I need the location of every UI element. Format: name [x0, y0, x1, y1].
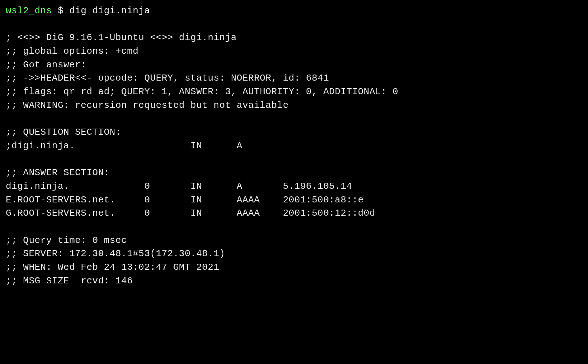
header-line: ;; ->>HEADER<<- opcode: QUERY, status: N… — [6, 72, 582, 85]
hostname: wsl2_dns — [6, 5, 52, 16]
answer-section-header: ;; ANSWER SECTION: — [6, 166, 582, 180]
dig-banner: ; <<>> DiG 9.16.1-Ubuntu <<>> digi.ninja — [6, 31, 582, 45]
answer-record: digi.ninja. 0 IN A 5.196.105.14 — [6, 180, 582, 193]
blank-line — [6, 112, 582, 126]
global-options: ;; global options: +cmd — [6, 45, 582, 58]
question-section-header: ;; QUESTION SECTION: — [6, 126, 582, 139]
command-text: dig digi.ninja — [69, 5, 150, 16]
server-line: ;; SERVER: 172.30.48.1#53(172.30.48.1) — [6, 247, 582, 261]
got-answer: ;; Got answer: — [6, 58, 582, 72]
question-record: ;digi.ninja. IN A — [6, 139, 582, 153]
answer-record: E.ROOT-SERVERS.net. 0 IN AAAA 2001:500:a… — [6, 193, 582, 207]
warning-line: ;; WARNING: recursion requested but not … — [6, 99, 582, 112]
blank-line — [6, 153, 582, 167]
blank-line — [6, 220, 582, 234]
flags-line: ;; flags: qr rd ad; QUERY: 1, ANSWER: 3,… — [6, 85, 582, 99]
prompt-separator: $ — [52, 5, 69, 16]
query-time: ;; Query time: 0 msec — [6, 234, 582, 248]
msg-size: ;; MSG SIZE rcvd: 146 — [6, 274, 582, 288]
answer-record: G.ROOT-SERVERS.net. 0 IN AAAA 2001:500:1… — [6, 207, 582, 220]
when-line: ;; WHEN: Wed Feb 24 13:02:47 GMT 2021 — [6, 261, 582, 274]
prompt-line: wsl2_dns $ dig digi.ninja — [6, 4, 582, 18]
blank-line — [6, 18, 582, 32]
terminal-output[interactable]: wsl2_dns $ dig digi.ninja ; <<>> DiG 9.1… — [6, 4, 582, 288]
